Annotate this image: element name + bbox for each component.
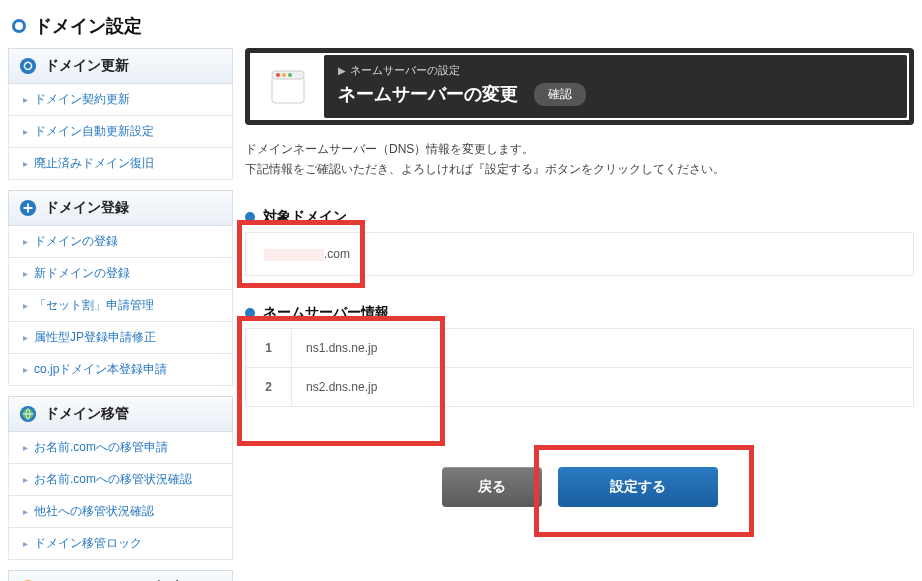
- svg-point-8: [282, 73, 286, 77]
- table-row: 1ns1.dns.ne.jp: [246, 328, 914, 367]
- main-content: ▶ネームサーバーの設定 ネームサーバーの変更 確認 ドメインネームサーバー（DN…: [245, 48, 914, 581]
- status-badge: 確認: [534, 83, 586, 106]
- sidebar-item-label: ドメイン自動更新設定: [34, 123, 154, 140]
- breadcrumb: ▶ネームサーバーの設定: [338, 63, 893, 78]
- caret-icon: ▸: [23, 474, 28, 485]
- sidebar-item-label: ドメイン移管ロック: [34, 535, 142, 552]
- sidebar: ドメイン更新▸ドメイン契約更新▸ドメイン自動更新設定▸廃止済みドメイン復旧ドメイ…: [8, 48, 233, 581]
- caret-icon: ▸: [23, 94, 28, 105]
- submit-button[interactable]: 設定する: [558, 467, 718, 507]
- caret-icon: ▸: [23, 236, 28, 247]
- caret-icon: ▸: [23, 442, 28, 453]
- sidebar-item-label: co.jpドメイン本登録申請: [34, 361, 167, 378]
- target-domain-value: .com: [245, 232, 914, 276]
- caret-icon: ▸: [23, 158, 28, 169]
- sidebar-item-label: お名前.comへの移管状況確認: [34, 471, 192, 488]
- sidebar-item-label: 属性型JP登録申請修正: [34, 329, 156, 346]
- title-card: ▶ネームサーバーの設定 ネームサーバーの変更 確認: [245, 48, 914, 125]
- sidebar-item-lock[interactable]: ▸ドメイン移管ロック: [8, 528, 233, 560]
- plus-icon: [19, 199, 37, 217]
- caret-icon: ▸: [23, 506, 28, 517]
- svg-point-9: [288, 73, 292, 77]
- ns-index: 1: [246, 328, 292, 367]
- sidebar-group-register: ドメイン登録: [8, 190, 233, 226]
- description: ドメインネームサーバー（DNS）情報を変更します。 下記情報をご確認いただき、よ…: [245, 139, 914, 180]
- card-title: ネームサーバーの変更: [338, 82, 518, 106]
- sidebar-item-onamae-apply[interactable]: ▸お名前.comへの移管申請: [8, 432, 233, 464]
- table-row: 2ns2.dns.ne.jp: [246, 367, 914, 406]
- bullet-icon: [245, 212, 255, 222]
- note-icon: [252, 55, 324, 118]
- section-title-nameservers: ネームサーバー情報: [245, 304, 914, 322]
- sidebar-item-onamae-status[interactable]: ▸お名前.comへの移管状況確認: [8, 464, 233, 496]
- refresh-icon: [19, 57, 37, 75]
- svg-point-7: [276, 73, 280, 77]
- sidebar-item-cojp[interactable]: ▸co.jpドメイン本登録申請: [8, 354, 233, 386]
- nameserver-table: 1ns1.dns.ne.jp2ns2.dns.ne.jp: [245, 328, 914, 407]
- caret-icon: ▸: [23, 300, 28, 311]
- section-title-target-domain: 対象ドメイン: [245, 208, 914, 226]
- page-title: ドメイン設定: [34, 14, 142, 38]
- caret-icon: ▸: [23, 332, 28, 343]
- sidebar-group-nameserver: ネームサーバーの設定: [8, 570, 233, 581]
- ns-value: ns2.dns.ne.jp: [292, 367, 914, 406]
- globe-icon: [19, 405, 37, 423]
- sidebar-item-restore[interactable]: ▸廃止済みドメイン復旧: [8, 148, 233, 180]
- sidebar-item-label: 新ドメインの登録: [34, 265, 130, 282]
- redacted-domain-prefix: [264, 249, 324, 261]
- ns-value: ns1.dns.ne.jp: [292, 328, 914, 367]
- sidebar-item-label: ドメインの登録: [34, 233, 118, 250]
- sidebar-item-auto-renew[interactable]: ▸ドメイン自動更新設定: [8, 116, 233, 148]
- svg-point-0: [20, 58, 36, 74]
- sidebar-item-label: 「セット割」申請管理: [34, 297, 154, 314]
- sidebar-item-new-reg[interactable]: ▸新ドメインの登録: [8, 258, 233, 290]
- caret-icon: ▸: [23, 538, 28, 549]
- sidebar-item-jp-attr[interactable]: ▸属性型JP登録申請修正: [8, 322, 233, 354]
- circle-icon: [12, 19, 26, 33]
- sidebar-group-update: ドメイン更新: [8, 48, 233, 84]
- sidebar-item-label: ドメイン契約更新: [34, 91, 130, 108]
- ns-index: 2: [246, 367, 292, 406]
- caret-icon: ▸: [23, 364, 28, 375]
- back-button[interactable]: 戻る: [442, 467, 542, 507]
- sidebar-item-set-discount[interactable]: ▸「セット割」申請管理: [8, 290, 233, 322]
- sidebar-item-label: 他社への移管状況確認: [34, 503, 154, 520]
- sidebar-item-label: お名前.comへの移管申請: [34, 439, 168, 456]
- bullet-icon: [245, 308, 255, 318]
- caret-icon: ▸: [23, 126, 28, 137]
- page-header: ドメイン設定: [8, 8, 914, 48]
- sidebar-item-contract-renew[interactable]: ▸ドメイン契約更新: [8, 84, 233, 116]
- sidebar-group-transfer: ドメイン移管: [8, 396, 233, 432]
- sidebar-item-reg[interactable]: ▸ドメインの登録: [8, 226, 233, 258]
- action-bar: 戻る 設定する: [245, 467, 914, 507]
- sidebar-item-label: 廃止済みドメイン復旧: [34, 155, 154, 172]
- caret-icon: ▸: [23, 268, 28, 279]
- sidebar-item-other-status[interactable]: ▸他社への移管状況確認: [8, 496, 233, 528]
